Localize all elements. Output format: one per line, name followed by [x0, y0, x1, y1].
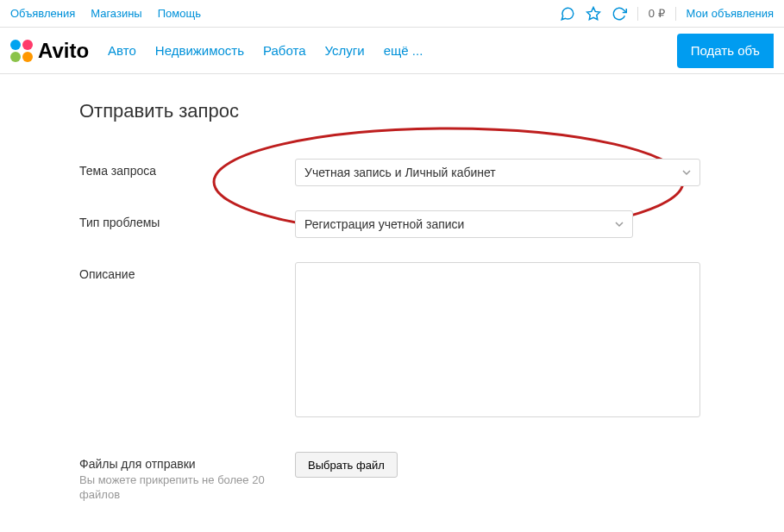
files-control: Выбрать файл — [295, 452, 398, 503]
description-textarea[interactable] — [295, 262, 700, 417]
main-nav: Авто Недвижимость Работа Услуги ещё ... — [108, 43, 423, 58]
description-label: Описание — [79, 262, 295, 417]
topbar-link-shops[interactable]: Магазины — [91, 7, 142, 20]
files-hint: Вы можете прикрепить не более 20 файлов — [79, 473, 295, 503]
svg-marker-0 — [586, 7, 599, 19]
topbar-right: 0 ₽ Мои объявления — [560, 6, 774, 22]
separator — [637, 7, 638, 21]
row-problem: Тип проблемы Регистрация учетной записи — [79, 210, 784, 238]
topbar-link-help[interactable]: Помощь — [158, 7, 201, 20]
page-title: Отправить запрос — [79, 100, 784, 122]
topbar-left-links: Объявления Магазины Помощь — [10, 7, 201, 20]
nav-jobs[interactable]: Работа — [263, 43, 306, 58]
nav-services[interactable]: Услуги — [325, 43, 365, 58]
files-label: Файлы для отправки — [79, 457, 196, 471]
topic-select-value: Учетная запись и Личный кабинет — [304, 166, 496, 179]
post-ad-button[interactable]: Подать объ — [677, 34, 774, 68]
top-bar: Объявления Магазины Помощь 0 ₽ Мои объяв… — [0, 0, 784, 28]
row-files: Файлы для отправки Вы можете прикрепить … — [79, 452, 784, 503]
row-topic: Тема запроса Учетная запись и Личный каб… — [79, 159, 784, 186]
content: Отправить запрос Тема запроса Учетная за… — [0, 74, 784, 532]
logo-text: Avito — [38, 39, 89, 63]
separator — [675, 7, 676, 21]
problem-select[interactable]: Регистрация учетной записи — [295, 210, 633, 238]
favorites-icon[interactable] — [586, 6, 601, 22]
problem-select-value: Регистрация учетной записи — [304, 217, 464, 231]
topic-select[interactable]: Учетная запись и Личный кабинет — [295, 159, 700, 186]
messages-icon[interactable] — [560, 6, 575, 22]
chevron-down-icon — [682, 166, 691, 179]
topic-label: Тема запроса — [79, 159, 295, 186]
choose-file-button[interactable]: Выбрать файл — [295, 452, 398, 478]
nav-auto[interactable]: Авто — [108, 43, 136, 58]
row-description: Описание — [79, 262, 784, 417]
topbar-link-ads[interactable]: Объявления — [10, 7, 75, 20]
balance-text: 0 ₽ — [649, 7, 665, 20]
refresh-icon[interactable] — [612, 6, 627, 22]
problem-label: Тип проблемы — [79, 210, 295, 238]
nav-more[interactable]: ещё ... — [384, 43, 423, 58]
header: Avito Авто Недвижимость Работа Услуги ещ… — [0, 28, 784, 74]
logo-icon — [10, 40, 33, 62]
nav-realty[interactable]: Недвижимость — [155, 43, 244, 58]
chevron-down-icon — [615, 217, 624, 231]
logo[interactable]: Avito — [10, 39, 89, 63]
my-ads-link[interactable]: Мои объявления — [687, 7, 774, 20]
files-label-block: Файлы для отправки Вы можете прикрепить … — [79, 452, 295, 503]
